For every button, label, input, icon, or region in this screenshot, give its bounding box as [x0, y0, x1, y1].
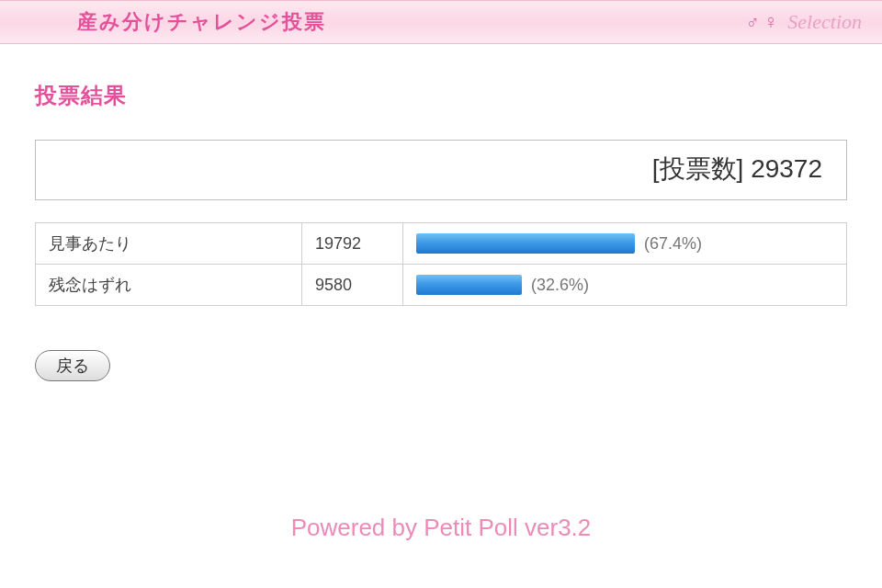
row-label: 残念はずれ — [36, 265, 302, 306]
total-votes-box: [投票数] 29372 — [35, 140, 847, 200]
bar — [416, 275, 522, 295]
header-brand: ♂ ♀ Selection — [746, 10, 862, 34]
venus-icon: ♀ — [763, 10, 779, 34]
row-pct: (67.4%) — [644, 234, 702, 254]
bar-wrap: (32.6%) — [416, 275, 833, 295]
bar — [416, 233, 635, 254]
section-title: 投票結果 — [35, 81, 847, 110]
footer: Powered by Petit Poll ver3.2 — [0, 514, 882, 542]
mars-icon: ♂ — [746, 12, 760, 33]
results-table: 見事あたり 19792 (67.4%) 残念はずれ 9580 (32.6%) — [35, 222, 847, 306]
bar-wrap: (67.4%) — [416, 233, 833, 254]
row-pct: (32.6%) — [531, 276, 589, 295]
total-value: 29372 — [751, 154, 822, 183]
table-row: 見事あたり 19792 (67.4%) — [36, 223, 847, 265]
row-count: 19792 — [302, 223, 403, 265]
row-count: 9580 — [302, 265, 403, 306]
table-row: 残念はずれ 9580 (32.6%) — [36, 265, 847, 306]
footer-text[interactable]: Powered by Petit Poll ver3.2 — [291, 514, 592, 541]
row-bar-cell: (32.6%) — [403, 265, 847, 306]
brand-text: Selection — [787, 10, 862, 34]
page-header: 産み分けチャレンジ投票 ♂ ♀ Selection — [0, 0, 882, 44]
back-button[interactable]: 戻る — [35, 350, 110, 381]
total-label: [投票数] — [652, 154, 744, 183]
row-label: 見事あたり — [36, 223, 302, 265]
content-area: 投票結果 [投票数] 29372 見事あたり 19792 (67.4%) 残念は… — [0, 44, 882, 381]
header-title: 産み分けチャレンジ投票 — [77, 8, 326, 36]
row-bar-cell: (67.4%) — [403, 223, 847, 265]
